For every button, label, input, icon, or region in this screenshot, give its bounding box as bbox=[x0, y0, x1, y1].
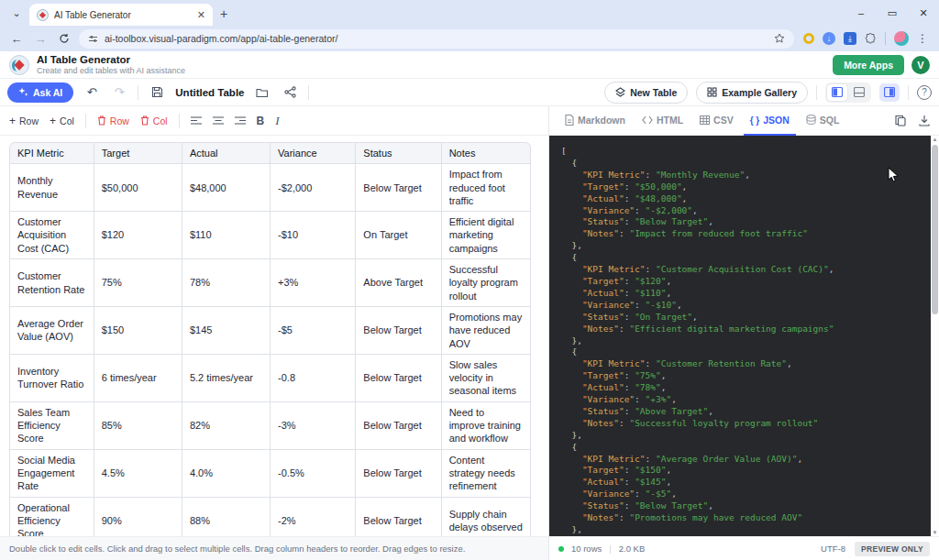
table-cell[interactable]: Impact from reduced foot traffic bbox=[442, 164, 531, 212]
new-table-button[interactable]: New Table bbox=[604, 82, 688, 104]
close-button[interactable]: ✕ bbox=[908, 0, 939, 26]
table-cell[interactable]: Supply chain delays observed bbox=[442, 498, 531, 536]
scroll-down-icon[interactable]: ▼ bbox=[931, 530, 939, 535]
open-folder-icon[interactable] bbox=[253, 83, 271, 102]
column-header[interactable]: Target bbox=[94, 142, 182, 164]
tab-search-icon[interactable]: ⌄ bbox=[6, 3, 28, 23]
table-cell[interactable]: -0.8 bbox=[271, 355, 356, 402]
right-panel-toggle-icon[interactable] bbox=[879, 83, 900, 102]
align-left-icon[interactable] bbox=[191, 116, 202, 126]
user-avatar[interactable]: V bbox=[911, 56, 930, 74]
table-cell[interactable]: $110 bbox=[182, 212, 271, 259]
example-gallery-button[interactable]: Example Gallery bbox=[696, 82, 808, 104]
extension-install-icon[interactable]: ⤓ bbox=[844, 32, 856, 45]
export-tab-csv[interactable]: CSV bbox=[693, 106, 740, 136]
help-icon[interactable]: ? bbox=[917, 85, 932, 100]
table-cell[interactable]: Operational Efficiency Score bbox=[9, 498, 94, 536]
table-cell[interactable]: -$2,000 bbox=[271, 164, 356, 212]
table-cell[interactable]: 90% bbox=[94, 498, 182, 536]
table-cell[interactable]: Successful loyalty program rollout bbox=[442, 259, 531, 307]
table-cell[interactable]: Below Target bbox=[356, 450, 441, 498]
table-cell[interactable]: Need to improve training and workflow bbox=[442, 402, 531, 450]
table-cell[interactable]: Inventory Turnover Ratio bbox=[9, 355, 94, 402]
table-cell[interactable]: -3% bbox=[271, 402, 356, 450]
scroll-up-icon[interactable]: ▲ bbox=[931, 137, 939, 142]
table-cell[interactable]: Above Target bbox=[356, 259, 441, 307]
table-cell[interactable]: -0.5% bbox=[271, 450, 356, 498]
column-header[interactable]: Status bbox=[356, 142, 441, 164]
more-apps-button[interactable]: More Apps bbox=[833, 55, 904, 75]
json-code-panel[interactable]: [ { "KPI Metric": "Monthly Revenue", "Ta… bbox=[549, 136, 931, 536]
table-cell[interactable]: 4.5% bbox=[94, 450, 182, 498]
add-col-button[interactable]: +Col bbox=[50, 115, 74, 127]
table-cell[interactable]: $48,000 bbox=[182, 164, 271, 212]
code-scrollbar[interactable]: ▲ ▼ bbox=[931, 136, 939, 536]
document-title[interactable]: Untitled Table bbox=[175, 87, 244, 98]
table-cell[interactable]: Below Target bbox=[356, 498, 441, 536]
export-tab-html[interactable]: HTML bbox=[635, 106, 690, 136]
back-button[interactable]: ← bbox=[7, 29, 26, 48]
table-cell[interactable]: Below Target bbox=[356, 307, 441, 355]
table-cell[interactable]: 85% bbox=[94, 402, 182, 450]
table-cell[interactable]: 78% bbox=[182, 259, 271, 307]
column-header[interactable]: KPI Metric bbox=[9, 142, 94, 164]
url-text[interactable]: ai-toolbox.visual-paradigm.com/app/ai-ta… bbox=[105, 33, 768, 44]
table-cell[interactable]: Customer Retention Rate bbox=[9, 259, 94, 307]
table-cell[interactable]: 6 times/year bbox=[94, 355, 182, 402]
share-icon[interactable] bbox=[281, 83, 299, 102]
maximize-button[interactable]: ▭ bbox=[877, 0, 908, 26]
browser-menu-icon[interactable]: ⋮ bbox=[917, 32, 928, 45]
table-cell[interactable]: Below Target bbox=[356, 355, 441, 402]
table-cell[interactable]: 82% bbox=[182, 402, 271, 450]
browser-tab[interactable]: AI Table Generator ✕ bbox=[29, 4, 213, 26]
table-cell[interactable]: Sales Team Efficiency Score bbox=[9, 402, 94, 450]
save-icon[interactable] bbox=[148, 83, 166, 102]
copy-icon[interactable] bbox=[895, 115, 906, 126]
table-cell[interactable]: Customer Acquisition Cost (CAC) bbox=[9, 212, 94, 259]
table-cell[interactable]: $150 bbox=[94, 307, 182, 355]
extension-ring-icon[interactable] bbox=[803, 33, 814, 44]
table-cell[interactable]: Social Media Engagement Rate bbox=[9, 450, 94, 498]
table-cell[interactable]: Below Target bbox=[356, 402, 441, 450]
extension-download-icon[interactable]: ↓ bbox=[823, 32, 835, 45]
download-icon[interactable] bbox=[919, 115, 930, 126]
add-row-button[interactable]: +Row bbox=[9, 115, 39, 127]
address-bar[interactable]: ai-toolbox.visual-paradigm.com/app/ai-ta… bbox=[79, 29, 794, 49]
align-center-icon[interactable] bbox=[213, 116, 224, 126]
table-cell[interactable]: On Target bbox=[356, 212, 441, 259]
table-cell[interactable]: $50,000 bbox=[94, 164, 182, 212]
table-cell[interactable]: Average Order Value (AOV) bbox=[9, 307, 94, 355]
table-cell[interactable]: 5.2 times/year bbox=[182, 355, 271, 402]
redo-icon[interactable]: ↷ bbox=[110, 83, 128, 102]
bold-button[interactable]: B bbox=[257, 115, 265, 127]
delete-col-button[interactable]: Col bbox=[140, 115, 168, 126]
italic-button[interactable]: I bbox=[275, 114, 279, 128]
delete-row-button[interactable]: Row bbox=[97, 115, 129, 126]
table-cell[interactable]: Below Target bbox=[356, 164, 441, 212]
table-cell[interactable]: -$5 bbox=[271, 307, 356, 355]
new-tab-button[interactable]: + bbox=[220, 6, 227, 21]
table-cell[interactable]: -2% bbox=[271, 498, 356, 536]
table-cell[interactable]: $120 bbox=[94, 212, 182, 259]
table-cell[interactable]: 88% bbox=[182, 498, 271, 536]
export-tab-json[interactable]: { }JSON bbox=[744, 106, 796, 136]
split-horizontal-icon[interactable] bbox=[849, 84, 869, 101]
column-header[interactable]: Actual bbox=[182, 142, 271, 164]
tab-close-icon[interactable]: ✕ bbox=[197, 9, 205, 21]
export-tab-sql[interactable]: SQL bbox=[800, 106, 846, 136]
column-header[interactable]: Variance bbox=[271, 142, 356, 164]
export-tab-markdown[interactable]: Markdown bbox=[558, 106, 632, 136]
table-cell[interactable]: +3% bbox=[271, 259, 356, 307]
undo-icon[interactable]: ↶ bbox=[83, 83, 101, 102]
column-header[interactable]: Notes bbox=[442, 142, 531, 164]
table-cell[interactable]: Slow sales velocity in seasonal items bbox=[442, 355, 531, 402]
table-cell[interactable]: 4.0% bbox=[182, 450, 271, 498]
ask-ai-button[interactable]: Ask AI bbox=[7, 82, 73, 103]
extensions-puzzle-icon[interactable] bbox=[865, 33, 877, 45]
table-cell[interactable]: Content strategy needs refinement bbox=[442, 450, 531, 498]
bookmark-star-icon[interactable] bbox=[774, 33, 785, 44]
table-cell[interactable]: -$10 bbox=[271, 212, 356, 259]
reload-button[interactable] bbox=[55, 29, 73, 48]
forward-button[interactable]: → bbox=[31, 29, 50, 48]
site-settings-icon[interactable] bbox=[88, 34, 98, 44]
